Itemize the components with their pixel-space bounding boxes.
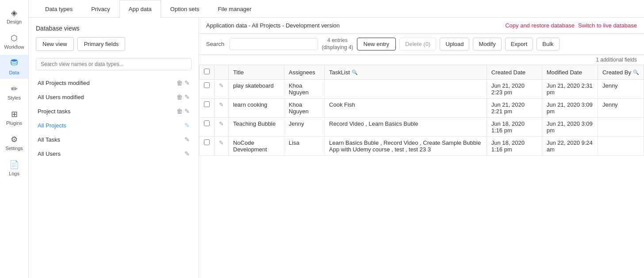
delete-view-icon[interactable]: 🗑 (176, 108, 183, 115)
search-views-input[interactable] (36, 58, 192, 70)
created-by-search-icon[interactable]: 🔍 (633, 70, 639, 75)
row-edit-icon[interactable]: ✎ (219, 120, 224, 127)
sidebar-item-logs[interactable]: 📄 Logs (0, 156, 28, 180)
row-title: Teaching Bubble (229, 118, 284, 137)
row-checkbox-1[interactable] (204, 101, 210, 107)
sidebar-item-data-label: Data (9, 70, 19, 75)
sidebar-item-styles[interactable]: ✏ Styles (0, 81, 28, 104)
bulk-button[interactable]: Bulk (537, 38, 559, 50)
export-button[interactable]: Export (505, 38, 533, 50)
delete-button[interactable]: Delete (0) (399, 38, 436, 50)
row-edit-icon[interactable]: ✎ (219, 101, 224, 108)
entries-info: 4 entries (displaying 4) (322, 37, 353, 51)
additional-fields-note: 1 additional fields (199, 55, 644, 65)
row-edit-cell: ✎ (215, 80, 229, 99)
row-modified-date: Jun 21, 2020 3:09 pm (542, 118, 598, 137)
tasklist-search-icon[interactable]: 🔍 (352, 70, 358, 75)
row-modified-date: Jun 21, 2020 3:09 pm (542, 99, 598, 118)
row-title: learn cooking (229, 99, 284, 118)
sidebar-item-logs-label: Logs (9, 171, 19, 176)
row-created-by (598, 137, 644, 156)
sidebar-item-design[interactable]: ◈ Design (0, 4, 28, 28)
row-tasklist (325, 80, 487, 99)
row-assignees: Jenny (284, 118, 324, 137)
row-checkbox-cell (199, 99, 215, 118)
tab-app-data[interactable]: App data (119, 0, 161, 18)
new-view-button[interactable]: New view (36, 37, 74, 51)
upload-button[interactable]: Upload (440, 38, 469, 50)
edit-view-icon[interactable]: ✎ (184, 93, 190, 100)
primary-fields-button[interactable]: Primary fields (77, 37, 126, 51)
copy-restore-button[interactable]: Copy and restore database (505, 22, 575, 29)
view-item-all-projects-modified[interactable]: All Projects modified 🗑 ✎ (36, 76, 192, 90)
header-created-date: Created Date (487, 65, 542, 80)
row-tasklist: Cook Fish (325, 99, 487, 118)
row-modified-date: Jun 21, 2020 2:31 pm (542, 80, 598, 99)
select-all-checkbox[interactable] (204, 69, 210, 74)
edit-view-icon[interactable]: ✎ (184, 108, 190, 115)
delete-view-icon[interactable]: 🗑 (176, 93, 183, 100)
settings-icon: ⚙ (11, 135, 18, 144)
edit-view-icon[interactable]: ✎ (184, 122, 190, 129)
row-edit-icon[interactable]: ✎ (219, 139, 224, 146)
view-item-all-projects[interactable]: All Projects ✎ (36, 118, 192, 132)
row-created-date: Jun 18, 2020 1:16 pm (487, 137, 542, 156)
sidebar-item-plugins-label: Plugins (6, 120, 22, 126)
row-created-by: Jenny (598, 80, 644, 99)
edit-view-icon[interactable]: ✎ (184, 136, 190, 143)
view-item-all-tasks[interactable]: All Tasks ✎ (36, 132, 192, 147)
sidebar-item-workflow[interactable]: ⬡ Workflow (0, 30, 28, 53)
header-actions-col (215, 65, 229, 80)
row-assignees: Khoa Nguyen (284, 99, 324, 118)
row-title: play skateboard (229, 80, 284, 99)
tab-option-sets[interactable]: Option sets (161, 0, 209, 18)
header-tasklist: TaskList 🔍 (325, 65, 487, 80)
view-item-all-users[interactable]: All Users ✎ (36, 147, 192, 161)
data-icon (10, 58, 18, 69)
header-title: Title (229, 65, 284, 80)
edit-view-icon[interactable]: ✎ (184, 79, 190, 86)
row-edit-icon[interactable]: ✎ (219, 82, 224, 89)
view-item-project-tasks[interactable]: Project tasks 🗑 ✎ (36, 104, 192, 118)
row-tasklist: Learn Basics Buble , Record Video , Crea… (325, 137, 487, 156)
row-checkbox-0[interactable] (204, 82, 210, 88)
tab-file-manager[interactable]: File manager (209, 0, 261, 18)
switch-live-button[interactable]: Switch to live database (578, 22, 637, 29)
row-checkbox-cell (199, 137, 215, 156)
row-assignees: Khoa Nguyen (284, 80, 324, 99)
tab-data-types[interactable]: Data types (36, 0, 82, 18)
data-title: Application data - All Projects - Develo… (206, 22, 340, 29)
header-created-by: Created By 🔍 (598, 65, 644, 80)
edit-view-icon[interactable]: ✎ (184, 150, 190, 157)
view-item-all-users-modified[interactable]: All Users modified 🗑 ✎ (36, 90, 192, 104)
view-actions-all-users-modified: 🗑 ✎ (176, 93, 190, 100)
row-checkbox-2[interactable] (204, 120, 210, 126)
content-area: Database views New view Primary fields A… (29, 18, 644, 278)
db-views-title: Database views (36, 25, 192, 32)
search-input[interactable] (230, 38, 318, 50)
sidebar-item-settings[interactable]: ⚙ Settings (0, 131, 28, 154)
row-checkbox-cell (199, 118, 215, 137)
sidebar-item-data[interactable]: Data (0, 55, 28, 79)
view-actions-all-projects-modified: 🗑 ✎ (176, 79, 190, 86)
tabs-bar: Data types Privacy App data Option sets … (29, 0, 644, 18)
logs-icon: 📄 (9, 160, 19, 170)
new-view-row: New view Primary fields (36, 37, 192, 51)
tab-privacy[interactable]: Privacy (82, 0, 119, 18)
view-actions-all-tasks: ✎ (184, 136, 190, 143)
delete-view-icon[interactable]: 🗑 (176, 79, 183, 86)
modify-button[interactable]: Modify (473, 38, 501, 50)
workflow-icon: ⬡ (11, 33, 18, 43)
view-actions-project-tasks: 🗑 ✎ (176, 108, 190, 115)
new-entry-button[interactable]: New entry (357, 38, 396, 50)
row-edit-cell: ✎ (215, 99, 229, 118)
design-icon: ◈ (11, 8, 17, 18)
sidebar-item-plugins[interactable]: ⊞ Plugins (0, 106, 28, 129)
row-created-date: Jun 18, 2020 1:16 pm (487, 118, 542, 137)
row-checkbox-3[interactable] (204, 139, 210, 145)
header-assignees: Assignees (284, 65, 324, 80)
table-row: ✎ Teaching Bubble Jenny Record Video , L… (199, 118, 644, 137)
main-content: Data types Privacy App data Option sets … (29, 0, 644, 278)
row-tasklist: Record Video , Learn Basics Buble (325, 118, 487, 137)
row-title: NoCode Development (229, 137, 284, 156)
